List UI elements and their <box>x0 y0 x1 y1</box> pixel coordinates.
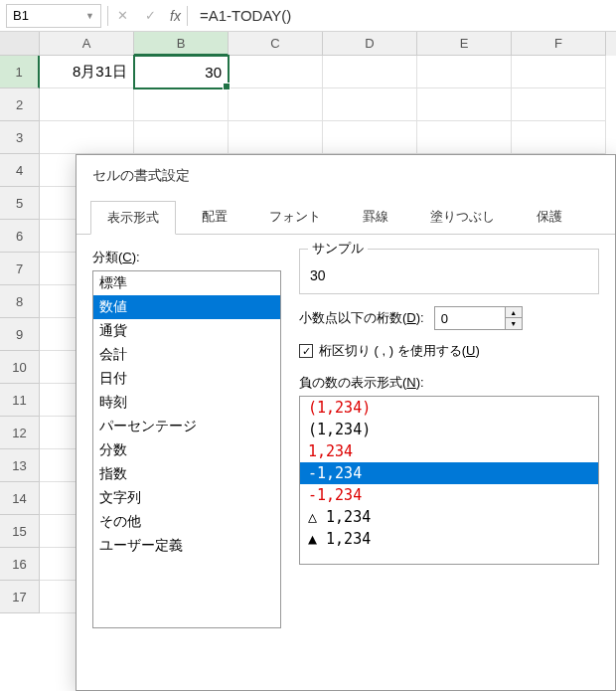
tab-2[interactable]: フォント <box>253 201 337 234</box>
column-header-C[interactable]: C <box>229 32 323 56</box>
tab-5[interactable]: 保護 <box>521 201 578 234</box>
negative-format-item[interactable]: (1,234) <box>300 419 598 440</box>
fx-icon[interactable]: fx <box>164 8 187 24</box>
column-header-B[interactable]: B <box>134 32 229 56</box>
decimal-places-label: 小数点以下の桁数(D): <box>299 309 424 327</box>
cancel-formula-icon: ✕ <box>108 4 136 28</box>
category-item[interactable]: 日付 <box>93 367 280 391</box>
cell-B3[interactable] <box>134 121 229 154</box>
row-header-9[interactable]: 9 <box>0 318 40 351</box>
accept-formula-icon: ✓ <box>136 4 164 28</box>
spinner-up-icon[interactable]: ▲ <box>506 307 522 318</box>
category-item[interactable]: その他 <box>93 510 280 534</box>
category-list[interactable]: 標準数値通貨会計日付時刻パーセンテージ分数指数文字列その他ユーザー定義 <box>92 270 281 628</box>
category-item[interactable]: 時刻 <box>93 391 280 415</box>
sample-box: サンプル 30 <box>299 249 599 294</box>
row-header-2[interactable]: 2 <box>0 88 40 121</box>
column-headers: ABCDEF <box>0 32 616 56</box>
negative-format-item[interactable]: △ 1,234 <box>300 506 598 528</box>
cell-F3[interactable] <box>512 121 606 154</box>
row-header-3[interactable]: 3 <box>0 121 40 154</box>
row-header-5[interactable]: 5 <box>0 187 40 220</box>
sample-label: サンプル <box>308 240 368 258</box>
category-label: 分類(C): <box>92 249 281 266</box>
cell-F1[interactable] <box>512 56 606 88</box>
negative-format-item[interactable]: (1,234) <box>300 397 598 419</box>
spinner-down-icon[interactable]: ▼ <box>506 318 522 329</box>
column-header-E[interactable]: E <box>417 32 512 56</box>
row-header-8[interactable]: 8 <box>0 285 40 318</box>
row-header-4[interactable]: 4 <box>0 154 40 187</box>
column-header-D[interactable]: D <box>323 32 417 56</box>
negative-format-item[interactable]: -1,234 <box>300 484 598 506</box>
cell-E3[interactable] <box>417 121 512 154</box>
formula-input[interactable]: =A1-TODAY() <box>194 4 616 28</box>
category-item[interactable]: 数値 <box>93 295 280 319</box>
row-header-13[interactable]: 13 <box>0 449 40 482</box>
row-header-10[interactable]: 10 <box>0 351 40 384</box>
cell-C1[interactable] <box>229 56 323 88</box>
cell-B2[interactable] <box>134 88 229 121</box>
cell-A1[interactable]: 8月31日 <box>40 56 134 88</box>
category-item[interactable]: 文字列 <box>93 486 280 510</box>
tab-0[interactable]: 表示形式 <box>90 201 176 235</box>
format-cells-dialog: セルの書式設定 表示形式配置フォント罫線塗りつぶし保護 分類(C): 標準数値通… <box>76 154 616 691</box>
row-header-7[interactable]: 7 <box>0 253 40 285</box>
select-all-corner[interactable] <box>0 32 40 56</box>
thousands-separator-checkbox[interactable]: ✓ <box>299 344 313 358</box>
cell-A2[interactable] <box>40 88 134 121</box>
formula-text: =A1-TODAY() <box>200 7 291 24</box>
thousands-separator-label: 桁区切り ( , ) を使用する(U) <box>319 342 480 360</box>
cell-C2[interactable] <box>229 88 323 121</box>
category-item[interactable]: 分数 <box>93 438 280 462</box>
cell-D2[interactable] <box>323 88 417 121</box>
row-header-1[interactable]: 1 <box>0 56 40 88</box>
category-item[interactable]: パーセンテージ <box>93 415 280 438</box>
column-header-A[interactable]: A <box>40 32 134 56</box>
name-box-value: B1 <box>13 8 29 23</box>
name-box-dropdown-icon[interactable]: ▼ <box>85 11 94 21</box>
tab-1[interactable]: 配置 <box>186 201 243 234</box>
cell-E1[interactable] <box>417 56 512 88</box>
cell-F2[interactable] <box>512 88 606 121</box>
row-header-16[interactable]: 16 <box>0 548 40 581</box>
cell-A3[interactable] <box>40 121 134 154</box>
name-box[interactable]: B1 ▼ <box>6 4 101 28</box>
dialog-tabs: 表示形式配置フォント罫線塗りつぶし保護 <box>77 201 615 235</box>
category-item[interactable]: 指数 <box>93 462 280 486</box>
row-header-14[interactable]: 14 <box>0 482 40 515</box>
decimal-places-input[interactable] <box>435 307 505 329</box>
row-header-12[interactable]: 12 <box>0 417 40 449</box>
cell-D1[interactable] <box>323 56 417 88</box>
category-item[interactable]: 標準 <box>93 271 280 295</box>
tab-4[interactable]: 塗りつぶし <box>414 201 511 234</box>
row-header-15[interactable]: 15 <box>0 515 40 548</box>
dialog-title: セルの書式設定 <box>77 155 615 201</box>
negative-format-item[interactable]: ▲ 1,234 <box>300 528 598 550</box>
category-item[interactable]: 通貨 <box>93 319 280 343</box>
negative-format-item[interactable]: -1,234 <box>300 462 598 484</box>
divider <box>187 6 188 26</box>
cell-C3[interactable] <box>229 121 323 154</box>
cell-D3[interactable] <box>323 121 417 154</box>
row-header-17[interactable]: 17 <box>0 581 40 613</box>
category-item[interactable]: 会計 <box>93 343 280 367</box>
row-header-11[interactable]: 11 <box>0 384 40 417</box>
cell-B1[interactable]: 30 <box>134 56 229 88</box>
row-header-6[interactable]: 6 <box>0 220 40 253</box>
category-item[interactable]: ユーザー定義 <box>93 534 280 558</box>
negative-format-item[interactable]: 1,234 <box>300 440 598 462</box>
tab-3[interactable]: 罫線 <box>347 201 404 234</box>
negative-format-label: 負の数の表示形式(N): <box>299 374 599 392</box>
cell-E2[interactable] <box>417 88 512 121</box>
negative-format-list[interactable]: (1,234)(1,234)1,234-1,234-1,234△ 1,234▲ … <box>299 396 599 565</box>
column-header-F[interactable]: F <box>512 32 606 56</box>
